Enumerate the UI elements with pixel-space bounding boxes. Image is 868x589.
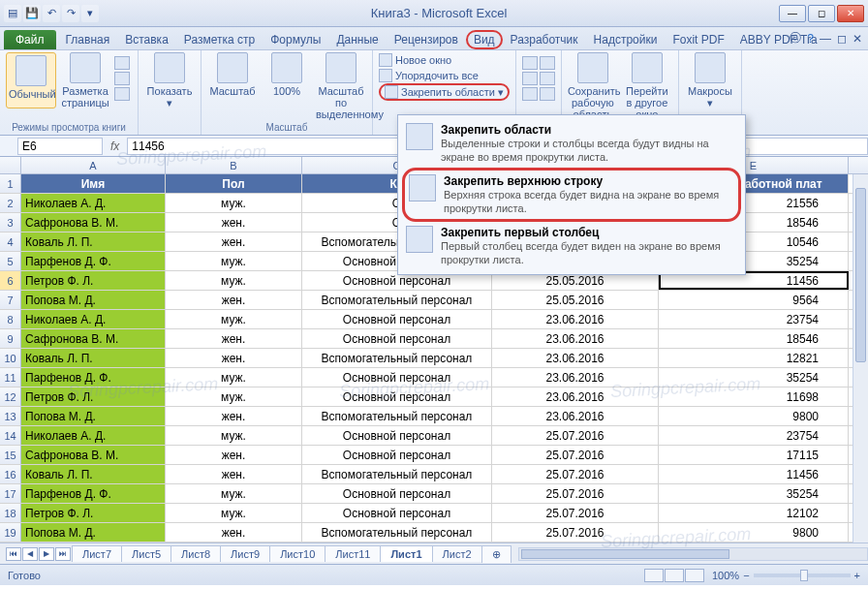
cell[interactable]: муж. <box>166 484 302 503</box>
zoom-in-icon[interactable]: + <box>854 570 860 581</box>
cell[interactable]: 23.06.2016 <box>492 388 659 406</box>
reset-pos-icon[interactable] <box>540 87 555 101</box>
freeze-option-0[interactable]: Закрепить областиВыделенные строки и сто… <box>402 119 741 168</box>
cell[interactable]: 9564 <box>659 291 849 309</box>
cell[interactable]: Вспомогательный персонал <box>302 465 492 483</box>
cell[interactable]: 23.06.2016 <box>492 368 659 387</box>
minimize-button[interactable]: — <box>779 5 806 22</box>
sheet-tab[interactable]: Лист2 <box>432 545 482 562</box>
cell[interactable]: жен. <box>166 465 302 483</box>
row-header[interactable]: 6 <box>0 271 21 290</box>
doc-close-icon[interactable]: ✕ <box>852 32 862 46</box>
cell[interactable]: муж. <box>166 388 302 406</box>
row-header[interactable]: 12 <box>0 388 21 406</box>
sheet-tab[interactable]: Лист7 <box>72 545 122 562</box>
view-side-icon[interactable] <box>540 72 555 85</box>
cell[interactable]: 12102 <box>659 504 849 522</box>
cell[interactable]: 12821 <box>659 349 849 367</box>
fullscreen-icon[interactable] <box>114 87 130 101</box>
cell[interactable]: 9800 <box>659 523 849 542</box>
sheet-tab[interactable]: Лист1 <box>380 545 432 562</box>
cell[interactable]: муж. <box>166 504 302 522</box>
row-header[interactable]: 18 <box>0 504 21 522</box>
cell[interactable]: 17115 <box>659 446 849 464</box>
maximize-button[interactable]: ◻ <box>808 5 835 22</box>
arrange-all-button[interactable]: Упорядочить все <box>379 68 479 83</box>
row-header[interactable]: 3 <box>0 213 21 232</box>
fx-icon[interactable]: fx <box>110 140 119 153</box>
row-header[interactable]: 19 <box>0 523 21 542</box>
sheet-nav-first[interactable]: ⏮ <box>6 547 21 561</box>
ribbon-tab-5[interactable]: Рецензиров <box>387 30 466 49</box>
cell[interactable]: Коваль Л. П. <box>21 232 166 251</box>
cell[interactable]: Сафронова В. М. <box>21 446 166 464</box>
ribbon-tab-3[interactable]: Формулы <box>263 30 328 49</box>
cell[interactable]: 23.06.2016 <box>492 329 659 348</box>
cell[interactable]: 25.05.2016 <box>492 291 659 309</box>
sheet-tab[interactable]: Лист9 <box>220 545 270 562</box>
cell[interactable]: Николаев А. Д. <box>21 194 166 212</box>
new-window-button[interactable]: Новое окно <box>379 52 451 68</box>
row-header[interactable]: 7 <box>0 291 21 309</box>
normal-view-shortcut[interactable] <box>644 569 664 582</box>
cell[interactable]: 23.06.2016 <box>492 310 659 328</box>
cell[interactable]: 18546 <box>659 329 849 348</box>
cell[interactable]: Попова М. Д. <box>21 407 166 425</box>
cell[interactable]: жен. <box>166 523 302 542</box>
ribbon-tab-0[interactable]: Главная <box>58 30 118 49</box>
cell[interactable]: муж. <box>166 310 302 328</box>
sheet-tab[interactable]: Лист8 <box>170 545 221 562</box>
row-header[interactable]: 15 <box>0 446 21 464</box>
cell[interactable]: Коваль Л. П. <box>21 349 166 367</box>
ribbon-tab-1[interactable]: Вставка <box>117 30 176 49</box>
cell[interactable]: Имя <box>21 174 166 193</box>
cell[interactable]: муж. <box>166 271 302 290</box>
cell[interactable]: 35254 <box>659 368 849 387</box>
page-layout-button[interactable]: Разметка страницы <box>60 52 110 108</box>
redo-icon[interactable]: ↷ <box>62 5 79 22</box>
ribbon-minimize-icon[interactable]: ⓐ <box>790 30 801 46</box>
cell[interactable]: жен. <box>166 349 302 367</box>
horizontal-scrollbar[interactable] <box>518 547 868 561</box>
normal-view-button[interactable]: Обычный <box>6 52 56 108</box>
cell[interactable]: 35254 <box>659 484 849 503</box>
name-box[interactable] <box>17 138 103 155</box>
vertical-scrollbar[interactable] <box>852 174 868 542</box>
freeze-option-2[interactable]: Закрепить первый столбецПервый столбец в… <box>402 222 741 270</box>
cell[interactable]: Сафронова В. М. <box>21 213 166 232</box>
row-header[interactable]: 16 <box>0 465 21 483</box>
cell[interactable]: жен. <box>166 291 302 309</box>
cell[interactable]: Попова М. Д. <box>21 523 166 542</box>
macros-button[interactable]: Макросы▾ <box>685 52 735 108</box>
cell[interactable]: Попова М. Д. <box>21 291 166 309</box>
cell[interactable]: Основной персонал <box>302 484 492 503</box>
cell[interactable]: Парфенов Д. Ф. <box>21 252 166 270</box>
cell[interactable]: 23754 <box>659 426 849 445</box>
zoom-level[interactable]: 100% <box>712 570 739 581</box>
col-header-a[interactable]: A <box>21 157 166 173</box>
cell[interactable]: Вспомогательный персонал <box>302 349 492 367</box>
zoom-selection-button[interactable]: Масштаб по выделенному <box>316 52 366 120</box>
cell[interactable]: 25.07.2016 <box>492 446 659 464</box>
excel-icon[interactable]: ▤ <box>4 5 21 22</box>
doc-minimize-icon[interactable]: — <box>820 32 831 46</box>
row-header-1[interactable]: 1 <box>0 174 21 193</box>
sheet-nav-next[interactable]: ▶ <box>39 547 54 561</box>
ribbon-tab-6[interactable]: Вид <box>466 30 503 49</box>
col-header-b[interactable]: B <box>166 157 302 173</box>
cell[interactable]: 11456 <box>659 465 849 483</box>
cell[interactable]: жен. <box>166 329 302 348</box>
cell[interactable]: Коваль Л. П. <box>21 465 166 483</box>
cell[interactable]: 23754 <box>659 310 849 328</box>
sheet-tab[interactable]: Лист10 <box>269 545 326 562</box>
row-header[interactable]: 14 <box>0 426 21 445</box>
zoom-out-icon[interactable]: − <box>743 570 749 581</box>
split-icon[interactable] <box>522 56 538 70</box>
cell[interactable]: Петров Ф. Л. <box>21 271 166 290</box>
cell[interactable]: Основной персонал <box>302 388 492 406</box>
select-all-corner[interactable] <box>0 157 21 173</box>
cell[interactable]: муж. <box>166 426 302 445</box>
freeze-panes-button[interactable]: Закрепить области▾ <box>379 83 510 101</box>
cell[interactable]: 11698 <box>659 388 849 406</box>
cell[interactable]: муж. <box>166 252 302 270</box>
